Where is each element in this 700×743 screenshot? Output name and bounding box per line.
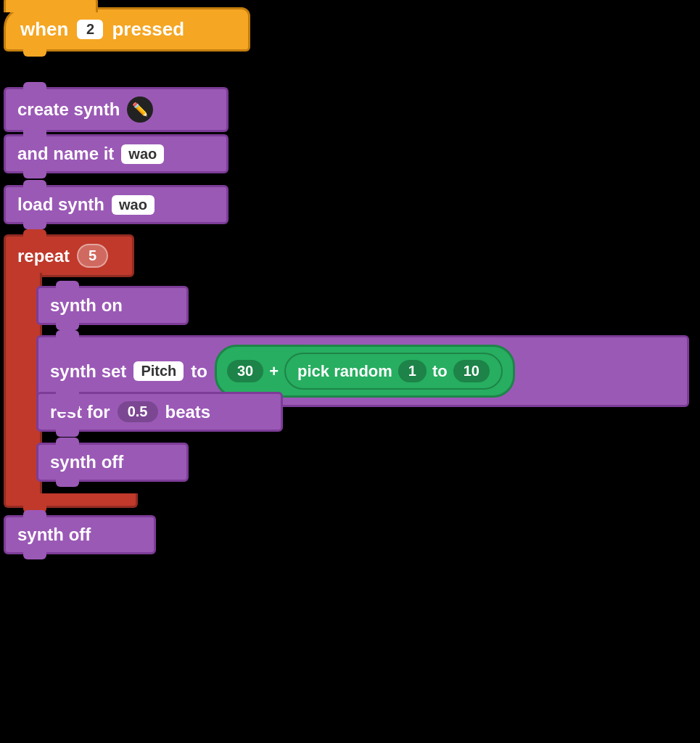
load-synth-label: load synth	[17, 194, 104, 215]
to-label-2: to	[432, 362, 448, 381]
synth-on-label: synth on	[50, 295, 123, 316]
pitch-base-value[interactable]: 30	[227, 360, 263, 382]
pick-random-block[interactable]: pick random 1 to 10	[284, 353, 503, 390]
when-label: when	[20, 18, 68, 41]
synth-name-value[interactable]: wao	[121, 144, 164, 164]
synth-param[interactable]: Pitch	[133, 361, 184, 381]
repeat-label: repeat	[17, 246, 70, 266]
repeat-count[interactable]: 5	[77, 244, 108, 268]
rest-duration[interactable]: 0.5	[118, 401, 158, 422]
load-synth-value[interactable]: wao	[112, 195, 155, 215]
key-value[interactable]: 2	[77, 20, 103, 39]
load-synth-block[interactable]: load synth wao	[4, 185, 228, 224]
expression-green: 30 + pick random 1 to 10	[215, 345, 515, 398]
and-name-label: and name it	[17, 144, 114, 164]
pencil-icon: ✏️	[127, 97, 153, 123]
random-from-value[interactable]: 1	[398, 360, 427, 382]
when-pressed-block[interactable]: when 2 pressed	[4, 7, 250, 52]
synth-off-inner-label: synth off	[50, 452, 123, 472]
beats-label: beats	[165, 402, 211, 422]
synth-off-inner-block[interactable]: synth off	[36, 443, 189, 482]
and-name-it-block[interactable]: and name it wao	[4, 134, 228, 173]
synth-set-label: synth set	[50, 361, 126, 382]
to-label: to	[191, 361, 207, 382]
repeat-header-block[interactable]: repeat 5	[4, 234, 134, 277]
plus-operator: +	[269, 362, 279, 381]
synth-off-outer-label: synth off	[17, 525, 91, 545]
create-synth-label: create synth	[17, 99, 120, 120]
pick-random-label: pick random	[297, 362, 392, 381]
synth-off-outer-block[interactable]: synth off	[4, 515, 156, 554]
create-synth-block[interactable]: create synth ✏️	[4, 87, 228, 132]
hat-top-decoration	[4, 0, 98, 12]
pressed-label: pressed	[112, 18, 184, 41]
random-to-value[interactable]: 10	[453, 360, 490, 382]
repeat-c-bottom	[4, 493, 138, 508]
synth-on-block[interactable]: synth on	[36, 286, 189, 325]
